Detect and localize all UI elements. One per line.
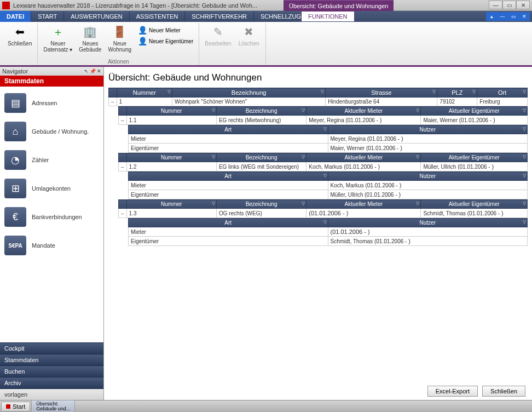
minimize-button[interactable]: — bbox=[489, 1, 502, 9]
house-icon: ⌂ bbox=[4, 122, 26, 141]
filter-icon[interactable]: ▽ bbox=[523, 201, 526, 206]
table-row[interactable]: EigentümerMüller, Ullrich (01.01.2006 - … bbox=[129, 190, 528, 199]
close-button[interactable]: ✕ bbox=[516, 1, 530, 9]
filter-icon[interactable]: ▽ bbox=[302, 154, 305, 159]
sidebar-item-bankverbindungen[interactable]: € Bankverbindungen bbox=[2, 203, 101, 231]
building-icon: 🏢 bbox=[83, 24, 98, 39]
filter-icon[interactable]: ▽ bbox=[302, 201, 305, 206]
panel-close-icon[interactable]: ✕ bbox=[97, 68, 101, 74]
taskbar-start-button[interactable]: Start bbox=[1, 402, 30, 411]
filter-icon[interactable]: ▽ bbox=[523, 127, 526, 131]
nav-footer-stammdaten[interactable]: Stammdaten bbox=[0, 354, 103, 365]
filter-icon[interactable]: ▽ bbox=[416, 154, 419, 159]
nav-footer-archiv[interactable]: Archiv bbox=[0, 377, 103, 388]
filter-icon[interactable]: ▽ bbox=[212, 201, 215, 206]
nav-footer-vorlagen[interactable]: vorlagen bbox=[0, 388, 103, 400]
sidebar-item-adressen[interactable]: ▤ Adressen bbox=[2, 89, 101, 117]
inner-close-button[interactable]: ✕ bbox=[519, 13, 529, 20]
app-icon bbox=[2, 2, 10, 9]
filter-icon[interactable]: ▽ bbox=[167, 89, 171, 94]
table-row[interactable]: – 1.2 EG links (WEG mit Sondereigen) Koc… bbox=[119, 162, 528, 171]
schliessen-button[interactable]: ⬅ Schließen bbox=[5, 23, 34, 58]
inner-minimize2-button[interactable]: — bbox=[498, 13, 507, 20]
nav-footer-buchen[interactable]: Buchen bbox=[0, 365, 103, 377]
tab-start[interactable]: START bbox=[31, 11, 64, 22]
sidebar-item-zaehler[interactable]: ◔ Zähler bbox=[2, 146, 101, 174]
main-content: Übersicht: Gebäude und Wohnungen Nummer▽… bbox=[104, 67, 532, 400]
sidebar-item-gebaeude[interactable]: ⌂ Gebäude / Wohnung. bbox=[2, 117, 101, 146]
nutzer-table: Art▽ Nutzer▽ MieterKoch, Markus (01.01.2… bbox=[128, 171, 528, 199]
ribbon-content: ⬅ Schließen ＋ Neuer Datensatz ▾ 🏢 Neues … bbox=[0, 22, 532, 67]
page-title: Übersicht: Gebäude und Wohnungen bbox=[104, 67, 532, 88]
bearbeiten-button[interactable]: ✎ Bearbeiten bbox=[203, 23, 233, 58]
start-icon bbox=[6, 404, 10, 409]
table-row[interactable]: EigentümerMaier, Werner (01.01.2006 - ) bbox=[129, 144, 528, 153]
tab-auswertungen[interactable]: AUSWERTUNGEN bbox=[64, 11, 130, 22]
filter-icon[interactable]: ▽ bbox=[523, 108, 526, 113]
filter-icon[interactable]: ▽ bbox=[321, 89, 324, 94]
maximize-button[interactable]: ▭ bbox=[502, 1, 516, 9]
neuer-eigentuemer-button[interactable]: 👤 Neuer Eigentümer bbox=[136, 36, 195, 46]
neuer-mieter-button[interactable]: 👤 Neuer Mieter bbox=[136, 25, 195, 35]
table-row[interactable]: Mieter (01.01.2006 - ) bbox=[129, 227, 528, 237]
filter-icon[interactable]: ▽ bbox=[212, 154, 215, 159]
neues-gebaeude-button[interactable]: 🏢 Neues Gebäude bbox=[77, 23, 103, 58]
filter-icon[interactable]: ▽ bbox=[523, 154, 526, 159]
contextual-tab-label: Übersicht: Gebäude und Wohnungen bbox=[284, 0, 394, 11]
collapse-toggle[interactable]: – bbox=[119, 116, 127, 125]
building-table: Nummer▽ Bezeichnung▽ Strasse▽ PLZ▽ Ort▽ … bbox=[108, 88, 528, 106]
filter-icon[interactable]: ▽ bbox=[416, 108, 419, 113]
filter-icon[interactable]: ▽ bbox=[323, 127, 327, 131]
bank-icon: € bbox=[4, 207, 26, 227]
filter-icon[interactable]: ▽ bbox=[323, 220, 327, 225]
cursor-icon: ↖ bbox=[84, 68, 89, 74]
filter-icon[interactable]: ▽ bbox=[472, 89, 476, 94]
filter-icon[interactable]: ▽ bbox=[212, 108, 215, 113]
door-icon: 🚪 bbox=[112, 24, 128, 39]
sidebar-item-mandate[interactable]: S€PA Mandate bbox=[2, 231, 101, 260]
unit-table: Nummer▽ Bezeichnung▽ Aktueller Mieter▽ A… bbox=[118, 153, 528, 171]
filter-icon[interactable]: ▽ bbox=[523, 173, 526, 178]
tab-funktionen[interactable]: FUNKTIONEN bbox=[301, 11, 355, 21]
ribbon-tabs: DATEI START AUSWERTUNGEN ASSISTENTEN SCH… bbox=[0, 11, 532, 22]
nutzer-table: Art▽ Nutzer▽ MieterMeyer, Regina (01.01.… bbox=[128, 125, 528, 153]
navigator-title: Stammdaten bbox=[0, 76, 103, 87]
tab-datei[interactable]: DATEI bbox=[0, 11, 31, 22]
filter-icon[interactable]: ▽ bbox=[416, 201, 419, 206]
filter-icon[interactable]: ▽ bbox=[302, 108, 305, 113]
filter-icon[interactable]: ▽ bbox=[523, 220, 526, 225]
tab-assistenten[interactable]: ASSISTENTEN bbox=[130, 11, 185, 22]
filter-icon[interactable]: ▽ bbox=[432, 89, 436, 94]
group-aktionen-label: Aktionen bbox=[41, 58, 195, 65]
pencil-icon: ✎ bbox=[210, 24, 225, 39]
unit-table: Nummer▽ Bezeichnung▽ Aktueller Mieter▽ A… bbox=[118, 199, 528, 218]
nav-footer-cockpit[interactable]: Cockpit bbox=[0, 342, 103, 354]
taskbar-item-uebersicht[interactable]: Übersicht: Gebäude und... bbox=[31, 400, 75, 412]
loeschen-button[interactable]: ✖ Löschen bbox=[236, 23, 262, 58]
table-row[interactable]: – 1.3 OG rechts (WEG) (01.01.2006 - ) Sc… bbox=[119, 209, 528, 218]
plus-icon: ＋ bbox=[50, 24, 66, 39]
taskbar: Start Übersicht: Gebäude und... bbox=[0, 400, 532, 412]
filter-icon[interactable]: ▽ bbox=[323, 173, 327, 178]
tab-schriftverkehr[interactable]: SCHRIFTVERKEHR bbox=[185, 11, 254, 22]
schliessen-button-bottom[interactable]: Schließen bbox=[482, 386, 525, 397]
table-row[interactable]: EigentümerSchmidt, Thomas (01.01.2006 - … bbox=[129, 237, 528, 246]
collapse-toggle[interactable]: – bbox=[109, 98, 117, 106]
table-row[interactable]: MieterKoch, Markus (01.01.2006 - ) bbox=[129, 181, 528, 190]
collapse-toggle[interactable]: – bbox=[119, 162, 127, 171]
sidebar-item-umlagekonten[interactable]: ⊞ Umlagekonten bbox=[2, 174, 101, 203]
filter-icon[interactable]: ▽ bbox=[523, 89, 526, 94]
nutzer-table: Art▽ Nutzer▽ Mieter (01.01.2006 - )Eigen… bbox=[128, 218, 528, 246]
collapse-toggle[interactable]: – bbox=[119, 209, 127, 218]
table-row[interactable]: – 1 Wohnpark "Schöner Wohnen" Hindenburg… bbox=[109, 98, 528, 106]
inner-restore-button[interactable]: ▭ bbox=[508, 13, 518, 20]
pin-icon[interactable]: 📌 bbox=[90, 68, 96, 74]
neuer-datensatz-button[interactable]: ＋ Neuer Datensatz ▾ bbox=[41, 23, 74, 58]
table-row[interactable]: – 1.1 EG rechts (Mietwohnung) Meyer, Reg… bbox=[119, 116, 528, 125]
unit-table: Nummer▽ Bezeichnung▽ Aktueller Mieter▽ A… bbox=[118, 106, 528, 125]
inner-minimize-button[interactable]: ▴ bbox=[487, 13, 496, 20]
navigator-header: Navigator ↖ 📌 ✕ bbox=[0, 67, 103, 76]
table-row[interactable]: MieterMeyer, Regina (01.01.2006 - ) bbox=[129, 134, 528, 144]
neue-wohnung-button[interactable]: 🚪 Neue Wohnung bbox=[106, 23, 134, 58]
excel-export-button[interactable]: Excel-Export bbox=[427, 386, 478, 397]
